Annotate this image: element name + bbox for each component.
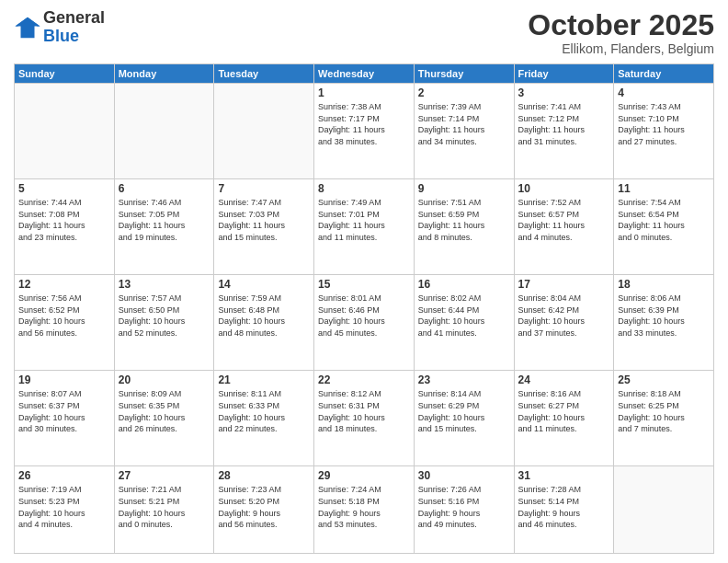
day-info: Sunrise: 7:43 AM Sunset: 7:10 PM Dayligh… — [618, 101, 710, 147]
day-number: 26 — [18, 469, 110, 482]
day-info: Sunrise: 8:02 AM Sunset: 6:44 PM Dayligh… — [418, 293, 510, 339]
day-cell-2-6: 18Sunrise: 8:06 AM Sunset: 6:39 PM Dayli… — [614, 275, 714, 371]
day-number: 28 — [218, 469, 310, 482]
day-info: Sunrise: 7:59 AM Sunset: 6:48 PM Dayligh… — [218, 293, 310, 339]
day-number: 21 — [218, 373, 310, 386]
day-info: Sunrise: 7:47 AM Sunset: 7:03 PM Dayligh… — [218, 197, 310, 243]
day-info: Sunrise: 8:04 AM Sunset: 6:42 PM Dayligh… — [518, 293, 610, 339]
day-cell-3-4: 23Sunrise: 8:14 AM Sunset: 6:29 PM Dayli… — [414, 371, 514, 466]
calendar-table: Sunday Monday Tuesday Wednesday Thursday… — [14, 63, 714, 554]
col-tuesday: Tuesday — [214, 64, 314, 84]
day-number: 14 — [218, 278, 310, 291]
day-number: 5 — [18, 182, 110, 195]
day-info: Sunrise: 8:01 AM Sunset: 6:46 PM Dayligh… — [318, 293, 410, 339]
day-info: Sunrise: 7:52 AM Sunset: 6:57 PM Dayligh… — [518, 197, 610, 243]
col-thursday: Thursday — [414, 64, 514, 84]
day-number: 2 — [418, 86, 510, 99]
week-row-4: 26Sunrise: 7:19 AM Sunset: 5:23 PM Dayli… — [15, 466, 714, 554]
day-number: 12 — [18, 278, 110, 291]
day-cell-1-0: 5Sunrise: 7:44 AM Sunset: 7:08 PM Daylig… — [15, 179, 115, 275]
day-number: 19 — [18, 373, 110, 386]
day-info: Sunrise: 7:24 AM Sunset: 5:18 PM Dayligh… — [318, 484, 410, 530]
day-cell-3-1: 20Sunrise: 8:09 AM Sunset: 6:35 PM Dayli… — [114, 371, 214, 466]
day-cell-2-4: 16Sunrise: 8:02 AM Sunset: 6:44 PM Dayli… — [414, 275, 514, 371]
day-cell-3-3: 22Sunrise: 8:12 AM Sunset: 6:31 PM Dayli… — [314, 371, 415, 466]
day-cell-3-6: 25Sunrise: 8:18 AM Sunset: 6:25 PM Dayli… — [614, 371, 714, 466]
day-info: Sunrise: 8:12 AM Sunset: 6:31 PM Dayligh… — [318, 388, 410, 434]
day-info: Sunrise: 7:21 AM Sunset: 5:21 PM Dayligh… — [119, 484, 210, 530]
day-cell-1-3: 8Sunrise: 7:49 AM Sunset: 7:01 PM Daylig… — [314, 179, 415, 275]
day-info: Sunrise: 7:23 AM Sunset: 5:20 PM Dayligh… — [218, 484, 310, 530]
day-number: 23 — [418, 373, 510, 386]
header: General Blue October 2025 Ellikom, Fland… — [14, 9, 714, 56]
day-number: 13 — [119, 278, 210, 291]
day-number: 18 — [618, 278, 710, 291]
day-number: 6 — [119, 182, 210, 195]
day-info: Sunrise: 8:09 AM Sunset: 6:35 PM Dayligh… — [119, 388, 210, 434]
logo-general-text: General — [43, 9, 105, 28]
day-info: Sunrise: 7:49 AM Sunset: 7:01 PM Dayligh… — [318, 197, 410, 243]
day-info: Sunrise: 7:28 AM Sunset: 5:14 PM Dayligh… — [518, 484, 610, 530]
day-cell-1-1: 6Sunrise: 7:46 AM Sunset: 7:05 PM Daylig… — [114, 179, 214, 275]
day-info: Sunrise: 8:18 AM Sunset: 6:25 PM Dayligh… — [618, 388, 710, 434]
col-friday: Friday — [514, 64, 614, 84]
day-cell-0-3: 1Sunrise: 7:38 AM Sunset: 7:17 PM Daylig… — [314, 84, 415, 179]
day-cell-0-5: 3Sunrise: 7:41 AM Sunset: 7:12 PM Daylig… — [514, 84, 614, 179]
location-subtitle: Ellikom, Flanders, Belgium — [528, 41, 714, 56]
day-number: 15 — [318, 278, 410, 291]
day-cell-3-0: 19Sunrise: 8:07 AM Sunset: 6:37 PM Dayli… — [15, 371, 115, 466]
day-number: 17 — [518, 278, 610, 291]
day-cell-4-6 — [614, 466, 714, 554]
day-info: Sunrise: 8:11 AM Sunset: 6:33 PM Dayligh… — [218, 388, 310, 434]
day-number: 3 — [518, 86, 610, 99]
day-number: 9 — [418, 182, 510, 195]
day-cell-1-2: 7Sunrise: 7:47 AM Sunset: 7:03 PM Daylig… — [214, 179, 314, 275]
title-block: October 2025 Ellikom, Flanders, Belgium — [528, 9, 714, 56]
day-cell-1-6: 11Sunrise: 7:54 AM Sunset: 6:54 PM Dayli… — [614, 179, 714, 275]
week-row-0: 1Sunrise: 7:38 AM Sunset: 7:17 PM Daylig… — [15, 84, 714, 179]
day-cell-2-5: 17Sunrise: 8:04 AM Sunset: 6:42 PM Dayli… — [514, 275, 614, 371]
day-number: 30 — [418, 469, 510, 482]
day-cell-1-4: 9Sunrise: 7:51 AM Sunset: 6:59 PM Daylig… — [414, 179, 514, 275]
day-number: 16 — [418, 278, 510, 291]
day-cell-0-4: 2Sunrise: 7:39 AM Sunset: 7:14 PM Daylig… — [414, 84, 514, 179]
day-info: Sunrise: 7:41 AM Sunset: 7:12 PM Dayligh… — [518, 101, 610, 147]
day-info: Sunrise: 7:56 AM Sunset: 6:52 PM Dayligh… — [18, 293, 110, 339]
day-cell-0-1 — [114, 84, 214, 179]
day-cell-4-0: 26Sunrise: 7:19 AM Sunset: 5:23 PM Dayli… — [15, 466, 115, 554]
day-info: Sunrise: 7:44 AM Sunset: 7:08 PM Dayligh… — [18, 197, 110, 243]
day-info: Sunrise: 7:26 AM Sunset: 5:16 PM Dayligh… — [418, 484, 510, 530]
day-cell-4-1: 27Sunrise: 7:21 AM Sunset: 5:21 PM Dayli… — [114, 466, 214, 554]
day-number: 4 — [618, 86, 710, 99]
day-info: Sunrise: 7:57 AM Sunset: 6:50 PM Dayligh… — [119, 293, 210, 339]
logo: General Blue — [14, 9, 105, 46]
day-cell-4-3: 29Sunrise: 7:24 AM Sunset: 5:18 PM Dayli… — [314, 466, 415, 554]
day-info: Sunrise: 8:07 AM Sunset: 6:37 PM Dayligh… — [18, 388, 110, 434]
day-cell-4-2: 28Sunrise: 7:23 AM Sunset: 5:20 PM Dayli… — [214, 466, 314, 554]
day-info: Sunrise: 7:46 AM Sunset: 7:05 PM Dayligh… — [119, 197, 210, 243]
day-cell-4-4: 30Sunrise: 7:26 AM Sunset: 5:16 PM Dayli… — [414, 466, 514, 554]
day-cell-2-2: 14Sunrise: 7:59 AM Sunset: 6:48 PM Dayli… — [214, 275, 314, 371]
col-wednesday: Wednesday — [314, 64, 415, 84]
day-cell-2-1: 13Sunrise: 7:57 AM Sunset: 6:50 PM Dayli… — [114, 275, 214, 371]
page-container: General Blue October 2025 Ellikom, Fland… — [0, 0, 728, 563]
day-cell-2-0: 12Sunrise: 7:56 AM Sunset: 6:52 PM Dayli… — [15, 275, 115, 371]
logo-blue-text: Blue — [43, 28, 105, 46]
day-info: Sunrise: 7:38 AM Sunset: 7:17 PM Dayligh… — [318, 101, 410, 147]
day-info: Sunrise: 8:14 AM Sunset: 6:29 PM Dayligh… — [418, 388, 510, 434]
day-number: 25 — [618, 373, 710, 386]
week-row-3: 19Sunrise: 8:07 AM Sunset: 6:37 PM Dayli… — [15, 371, 714, 466]
day-number: 29 — [318, 469, 410, 482]
day-number: 11 — [618, 182, 710, 195]
day-cell-1-5: 10Sunrise: 7:52 AM Sunset: 6:57 PM Dayli… — [514, 179, 614, 275]
calendar-header-row: Sunday Monday Tuesday Wednesday Thursday… — [15, 64, 714, 84]
day-cell-3-2: 21Sunrise: 8:11 AM Sunset: 6:33 PM Dayli… — [214, 371, 314, 466]
day-number: 24 — [518, 373, 610, 386]
day-number: 31 — [518, 469, 610, 482]
week-row-1: 5Sunrise: 7:44 AM Sunset: 7:08 PM Daylig… — [15, 179, 714, 275]
month-title: October 2025 — [528, 9, 714, 41]
day-cell-2-3: 15Sunrise: 8:01 AM Sunset: 6:46 PM Dayli… — [314, 275, 415, 371]
day-info: Sunrise: 7:51 AM Sunset: 6:59 PM Dayligh… — [418, 197, 510, 243]
day-number: 8 — [318, 182, 410, 195]
col-saturday: Saturday — [614, 64, 714, 84]
